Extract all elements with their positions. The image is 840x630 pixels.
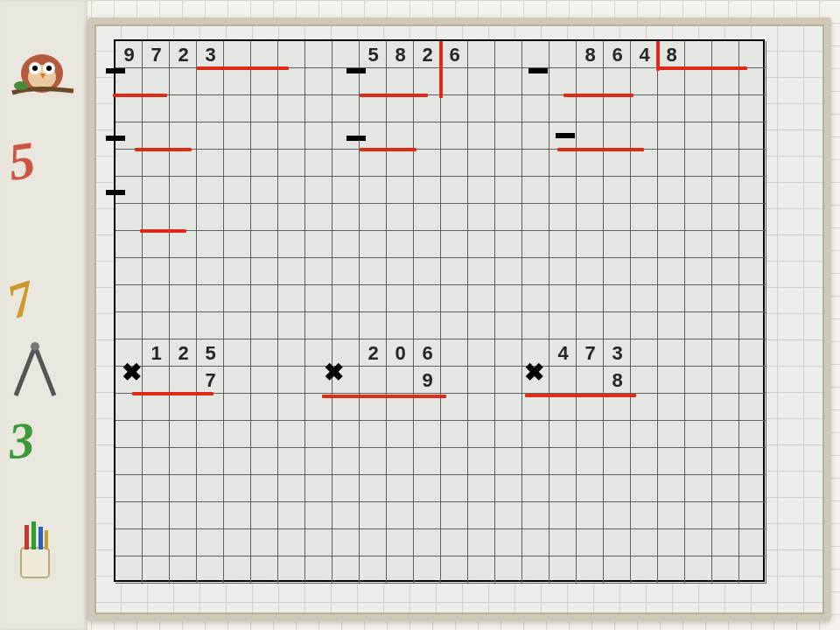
grid-cell [143, 204, 170, 231]
grid-cell [170, 556, 197, 584]
grid-cell [577, 177, 604, 204]
grid-cell [604, 231, 631, 258]
grid-cell [550, 502, 577, 529]
grid-cell [143, 529, 170, 556]
grid-cell [143, 312, 170, 340]
grid-cell [495, 68, 522, 95]
grid-cell [360, 556, 387, 584]
grid-cell [143, 475, 170, 502]
minus-sign [528, 68, 548, 74]
grid-cell [251, 340, 278, 367]
grid-cell [604, 556, 631, 584]
grid-cell [170, 258, 197, 285]
grid-cell [197, 204, 224, 231]
grid-cell [739, 258, 766, 285]
grid-cell [414, 68, 441, 95]
grid-cell [116, 394, 143, 421]
grid-cell [712, 41, 739, 68]
red-line [197, 66, 289, 70]
grid-cell [441, 150, 468, 177]
grid-cell [495, 312, 522, 340]
grid-cell [116, 475, 143, 502]
compass-icon [9, 341, 61, 402]
svg-rect-11 [21, 548, 49, 578]
grid-cell [441, 231, 468, 258]
grid-cell [712, 68, 739, 95]
minus-sign [346, 136, 366, 141]
grid-cell [387, 312, 414, 340]
grid-cell [251, 475, 278, 502]
grid-cell [305, 95, 332, 122]
grid-cell [170, 475, 197, 502]
grid-cell [197, 556, 224, 584]
digit: 3 [197, 41, 224, 68]
grid-cell [170, 177, 197, 204]
grid-cell [550, 312, 577, 340]
grid-cell [658, 68, 685, 95]
grid-cell [712, 502, 739, 529]
grid-cell [251, 502, 278, 529]
grid-cell [577, 421, 604, 448]
grid-cell [305, 529, 332, 556]
grid-cell [116, 529, 143, 556]
grid-cell [522, 448, 550, 475]
grid-cell [360, 475, 387, 502]
grid-cell [604, 285, 631, 312]
grid-cell [685, 204, 712, 231]
grid-cell [712, 231, 739, 258]
grid-cell [739, 421, 766, 448]
digit: 7 [197, 367, 224, 394]
grid-cell [197, 502, 224, 529]
digit: 2 [360, 340, 387, 367]
grid-cell [631, 68, 658, 95]
grid-cell [414, 421, 441, 448]
grid-cell [332, 502, 360, 529]
grid-cell [278, 367, 305, 394]
grid-cell [305, 41, 332, 68]
grid-cell [197, 475, 224, 502]
svg-point-4 [32, 66, 38, 71]
grid-cell [550, 421, 577, 448]
grid-cell [577, 367, 604, 394]
grid-cell [414, 448, 441, 475]
decor-number-7: 7 [1, 269, 41, 330]
grid-cell [360, 150, 387, 177]
grid-cell [278, 231, 305, 258]
grid-cell [495, 177, 522, 204]
grid-cell [305, 150, 332, 177]
grid-cell [414, 502, 441, 529]
grid-cell [414, 258, 441, 285]
grid-cell [468, 312, 495, 340]
grid-cell [116, 258, 143, 285]
grid-cell [685, 150, 712, 177]
red-line [135, 148, 192, 151]
grid-cell [278, 177, 305, 204]
grid-cell [658, 502, 685, 529]
grid-cell [739, 122, 766, 150]
grid-cell [604, 529, 631, 556]
grid-cell [712, 150, 739, 177]
grid-cell [712, 204, 739, 231]
grid-cell [441, 448, 468, 475]
grid-cell [387, 529, 414, 556]
svg-point-7 [14, 81, 28, 90]
grid-cell [739, 529, 766, 556]
grid-cell [604, 68, 631, 95]
digit: 5 [197, 340, 224, 367]
grid-cell [414, 95, 441, 122]
grid-cell [468, 367, 495, 394]
grid-cell [251, 231, 278, 258]
grid-cell [332, 529, 360, 556]
red-line [360, 148, 416, 151]
grid-cell [631, 448, 658, 475]
grid-cell [170, 122, 197, 150]
grid-cell [712, 421, 739, 448]
digit: 8 [604, 367, 631, 394]
grid-cell [604, 95, 631, 122]
grid-cell [360, 285, 387, 312]
grid-cell [197, 529, 224, 556]
grid-cell [739, 340, 766, 367]
red-line [564, 94, 634, 97]
grid-cell [116, 231, 143, 258]
grid-cell [712, 340, 739, 367]
